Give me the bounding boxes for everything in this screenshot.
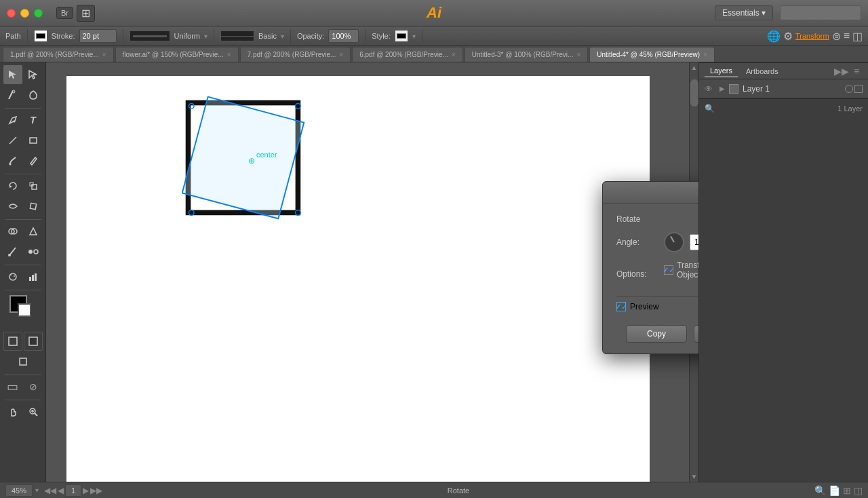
tab-untitled4-label: Untitled-4* @ 45% (RGB/Preview) bbox=[597, 51, 700, 58]
page-prev-button[interactable]: ◀ bbox=[58, 486, 64, 495]
line-tool[interactable] bbox=[3, 131, 22, 150]
color-mode-gradient[interactable]: ▭ bbox=[3, 377, 22, 396]
tab-7pdf-close[interactable]: × bbox=[339, 51, 343, 58]
preview-checkbox[interactable]: ✓ bbox=[616, 302, 626, 311]
layers-search-icon[interactable]: 🔍 bbox=[705, 104, 715, 113]
titlebar: Ai Br ⊞ Essentials ▾ bbox=[0, 0, 868, 26]
select-tool[interactable] bbox=[3, 65, 22, 84]
zoom-arrow[interactable]: ▾ bbox=[35, 486, 39, 494]
panel-icon[interactable]: ◫ bbox=[852, 30, 863, 43]
transform-objects-option[interactable]: ✓ Transform Objects bbox=[664, 261, 698, 280]
layer-item-1[interactable]: 👁 ▶ Layer 1 bbox=[699, 79, 868, 98]
zoom-tool[interactable] bbox=[24, 402, 43, 421]
tab-untitled3[interactable]: Untitled-3* @ 100% (RGB/Previ... × bbox=[465, 47, 589, 62]
free-transform-tool[interactable] bbox=[24, 197, 43, 216]
tab-untitled4[interactable]: Untitled-4* @ 45% (RGB/Preview) × bbox=[589, 47, 715, 62]
page-next-button[interactable]: ▶ bbox=[83, 486, 89, 495]
style-color-input[interactable] bbox=[395, 30, 408, 42]
copy-button[interactable]: Copy bbox=[626, 325, 687, 343]
tool-row-1 bbox=[3, 65, 43, 84]
paintbrush-tool[interactable] bbox=[3, 151, 22, 170]
scroll-thumb[interactable] bbox=[690, 79, 698, 107]
search-input[interactable] bbox=[780, 5, 861, 20]
cancel-button[interactable]: Cancel bbox=[694, 325, 698, 343]
panel-menu-icon[interactable]: ≡ bbox=[850, 65, 863, 77]
tab-flower[interactable]: flower.ai* @ 150% (RGB/Previe... × bbox=[115, 47, 239, 62]
page-first-button[interactable]: ◀◀ bbox=[44, 486, 56, 495]
zoom-input[interactable] bbox=[5, 484, 33, 497]
layer-square-icon bbox=[854, 85, 863, 93]
stroke-color-input[interactable] bbox=[34, 30, 47, 42]
transform-label[interactable]: Transform bbox=[795, 30, 829, 43]
background-color[interactable] bbox=[18, 303, 31, 317]
statusbar-panel-icon[interactable]: ◫ bbox=[854, 485, 863, 496]
statusbar-arrange-icon[interactable]: ⊞ bbox=[843, 485, 851, 496]
lasso-tool[interactable] bbox=[24, 85, 43, 104]
perspective-tool[interactable] bbox=[24, 222, 43, 241]
maximize-button[interactable] bbox=[34, 9, 43, 18]
dialog-section-title: Rotate bbox=[616, 214, 698, 224]
symbol-sprayer-tool[interactable] bbox=[3, 267, 22, 286]
menu-icon[interactable]: ≡ bbox=[844, 30, 850, 43]
bridge-button[interactable]: Br bbox=[56, 7, 73, 19]
essentials-button[interactable]: Essentials ▾ bbox=[715, 5, 773, 20]
direct-select-tool[interactable] bbox=[24, 65, 43, 84]
layer-name-label: Layer 1 bbox=[743, 84, 841, 94]
scroll-up-button[interactable]: ▲ bbox=[691, 62, 698, 73]
tab-1pdf-close[interactable]: × bbox=[102, 51, 106, 58]
tab-6pdf[interactable]: 6.pdf @ 200% (RGB/Previe... × bbox=[352, 47, 463, 62]
layer-visibility-icon[interactable]: 👁 bbox=[705, 84, 715, 94]
tab-6pdf-close[interactable]: × bbox=[452, 51, 456, 58]
angle-label: Angle: bbox=[616, 237, 664, 247]
angle-dial-hand bbox=[670, 236, 675, 243]
opacity-input[interactable] bbox=[328, 29, 359, 43]
eyedropper-tool[interactable] bbox=[3, 242, 22, 261]
angle-input[interactable] bbox=[690, 234, 698, 250]
scroll-down-button[interactable]: ▼ bbox=[691, 472, 698, 482]
shape-builder-tool[interactable] bbox=[3, 222, 22, 241]
rect-tool[interactable] bbox=[24, 131, 43, 150]
rotate-tool[interactable] bbox=[3, 176, 22, 195]
transform-objects-checkbox[interactable]: ✓ bbox=[664, 265, 673, 275]
angle-dial[interactable] bbox=[664, 232, 684, 252]
svg-point-22 bbox=[14, 275, 15, 277]
color-mode-none[interactable]: ⊘ bbox=[24, 377, 43, 396]
minimize-button[interactable] bbox=[20, 9, 29, 18]
settings-icon[interactable]: ⚙ bbox=[783, 30, 793, 43]
blend-tool[interactable] bbox=[24, 242, 43, 261]
close-button[interactable] bbox=[7, 9, 16, 18]
full-screen-btn[interactable] bbox=[14, 352, 33, 371]
svg-rect-26 bbox=[9, 337, 17, 345]
separator4 bbox=[290, 29, 291, 43]
statusbar-bookmark-icon[interactable]: 📄 bbox=[829, 485, 840, 496]
panel-expand-icon[interactable]: ▶▶ bbox=[835, 65, 848, 77]
tab-untitled3-close[interactable]: × bbox=[576, 51, 580, 58]
align-icon[interactable]: ⊜ bbox=[832, 30, 841, 43]
normal-mode-btn[interactable] bbox=[3, 332, 22, 351]
pen-tool[interactable] bbox=[3, 111, 22, 130]
warp-tool[interactable] bbox=[3, 197, 22, 216]
canvas-area[interactable]: center ⊕ Rotate Rotate Angle: Options: bbox=[46, 62, 698, 482]
preview-mode-btn[interactable] bbox=[24, 332, 43, 351]
statusbar-search-icon[interactable]: 🔍 bbox=[814, 485, 826, 496]
layers-tab[interactable]: Layers bbox=[705, 65, 738, 77]
layer-arrow-icon[interactable]: ▶ bbox=[719, 85, 725, 92]
magic-wand-tool[interactable] bbox=[3, 85, 22, 104]
zoom-control: ▾ bbox=[5, 484, 39, 497]
scale-tool[interactable] bbox=[24, 176, 43, 195]
hand-tool[interactable] bbox=[3, 402, 22, 421]
stroke-value-input[interactable] bbox=[79, 29, 117, 43]
page-input[interactable] bbox=[65, 484, 81, 497]
globe-icon[interactable]: 🌐 bbox=[767, 30, 781, 43]
page-last-button[interactable]: ▶▶ bbox=[90, 486, 102, 495]
pencil-tool[interactable] bbox=[24, 151, 43, 170]
tab-1pdf[interactable]: 1.pdf @ 200% (RGB/Previe... × bbox=[3, 47, 114, 62]
tab-untitled4-close[interactable]: × bbox=[703, 51, 707, 58]
arrange-button[interactable]: ⊞ bbox=[77, 5, 95, 22]
graph-tool[interactable] bbox=[24, 267, 43, 286]
text-tool[interactable]: T bbox=[24, 111, 43, 130]
toolbar-right-icons: 🌐 ⚙ Transform ⊜ ≡ ◫ bbox=[767, 30, 863, 43]
tab-flower-close[interactable]: × bbox=[227, 51, 231, 58]
tab-7pdf[interactable]: 7.pdf @ 200% (RGB/Previe... × bbox=[240, 47, 351, 62]
artboards-tab[interactable]: Artboards bbox=[741, 66, 784, 77]
